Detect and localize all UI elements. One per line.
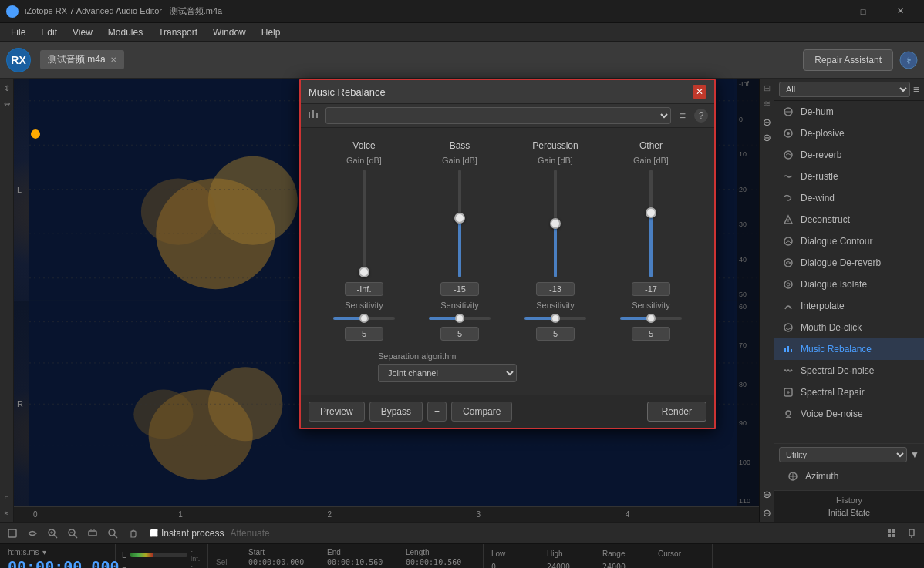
menu-view[interactable]: View xyxy=(65,23,100,42)
rx-logo: RX xyxy=(6,48,31,72)
expand-icon[interactable]: ⇕ xyxy=(1,82,13,94)
sidebar-item-azimuth[interactable]: Azimuth xyxy=(779,465,919,487)
dialog-help-icon[interactable]: ? xyxy=(694,109,708,123)
bass-slider-handle[interactable] xyxy=(454,213,465,224)
start-header: Start xyxy=(248,548,318,556)
scroll-zoom-out-icon[interactable]: ⊖ xyxy=(761,506,774,519)
zoom-out-btn[interactable] xyxy=(63,526,82,540)
dialog-close-button[interactable]: ✕ xyxy=(693,85,706,99)
window-controls: ─ □ ✕ xyxy=(808,0,918,23)
sidebar-item-music-rebalance[interactable]: Music Rebalance xyxy=(774,338,924,360)
sidebar-item-de-reverb[interactable]: De-reverb xyxy=(774,144,924,166)
sidebar-item-deconstruct[interactable]: Deconstruct xyxy=(774,209,924,230)
utility-select[interactable]: Utility xyxy=(779,447,907,462)
time-dropdown-icon[interactable]: ▾ xyxy=(42,548,46,556)
sidebar-item-spectral-repair[interactable]: Spectral Repair xyxy=(774,381,924,403)
other-sens-handle[interactable] xyxy=(646,314,656,323)
title-bar: iZotope RX 7 Advanced Audio Editor - 测试音… xyxy=(0,0,924,23)
zoom-in-icon xyxy=(47,528,58,539)
menu-window[interactable]: Window xyxy=(205,23,254,42)
percussion-sens-handle[interactable] xyxy=(551,314,560,323)
preview-button[interactable]: Preview xyxy=(309,402,365,422)
sidebar-item-label: Interpolate xyxy=(801,301,845,311)
voice-subtitle: Gain [dB] xyxy=(346,156,382,165)
tool-icon-2[interactable]: ≈ xyxy=(1,506,13,519)
percussion-value: -13 xyxy=(536,282,575,296)
zoom-full-btn[interactable] xyxy=(103,526,122,540)
tool-icon-1[interactable]: ○ xyxy=(1,491,13,503)
freq-low: 0 xyxy=(491,563,538,568)
close-button[interactable]: ✕ xyxy=(882,0,918,23)
de-wind-icon xyxy=(782,192,794,204)
spectral-de-noise-icon xyxy=(782,365,794,377)
de-rustle-icon xyxy=(782,170,794,183)
sep-algo-select[interactable]: Joint channel Independent channel xyxy=(378,364,517,382)
sel-length: 00:00:10.560 xyxy=(406,558,475,566)
render-button[interactable]: Render xyxy=(647,402,706,422)
time-mark-2: 2 xyxy=(327,510,332,519)
sidebar-item-label: De-wind xyxy=(801,193,835,203)
sidebar-item-de-plosive[interactable]: De-plosive xyxy=(774,123,924,144)
fit-btn[interactable] xyxy=(83,526,102,540)
sidebar-item-de-rustle[interactable]: De-rustle xyxy=(774,166,924,187)
other-sens-slider[interactable] xyxy=(620,313,682,324)
sidebar-item-de-wind[interactable]: De-wind xyxy=(774,187,924,209)
instant-process-checkbox[interactable] xyxy=(150,529,158,537)
bass-sens-slider[interactable] xyxy=(429,313,491,324)
minimize-button[interactable]: ─ xyxy=(808,0,844,23)
grid-btn[interactable] xyxy=(882,526,901,540)
marker-btn[interactable] xyxy=(902,526,921,540)
voice-sens-slider[interactable] xyxy=(333,313,395,324)
percussion-slider-track xyxy=(554,170,557,277)
collapse-icon[interactable]: ⇔ xyxy=(1,97,13,109)
menu-transport[interactable]: Transport xyxy=(150,23,205,42)
sidebar-item-voice-de-noise[interactable]: Voice De-noise xyxy=(774,403,924,425)
sidebar-item-dialogue-isolate[interactable]: Dialogue Isolate xyxy=(774,274,924,295)
dialog-menu-icon[interactable]: ≡ xyxy=(676,108,690,123)
bass-sens-handle[interactable] xyxy=(455,314,464,323)
bypass-button[interactable]: Bypass xyxy=(369,402,423,422)
percussion-slider-handle[interactable] xyxy=(550,218,561,229)
voice-slider-handle[interactable] xyxy=(359,267,369,277)
zoom-tool-2[interactable]: ≋ xyxy=(761,97,774,109)
utility-header: Utility ▼ xyxy=(779,447,919,462)
zoom-tool-1[interactable]: ⊞ xyxy=(761,82,774,94)
sidebar-item-spectral-de-noise[interactable]: Spectral De-noise xyxy=(774,360,924,381)
zoom-out-icon[interactable]: ⊖ xyxy=(761,131,774,143)
percussion-sens-slider[interactable] xyxy=(524,313,586,324)
menu-modules[interactable]: Modules xyxy=(100,23,150,42)
interpolate-icon xyxy=(782,300,794,312)
menu-help[interactable]: Help xyxy=(254,23,288,42)
sidebar-filter-select[interactable]: All Dialogue Music Ambience xyxy=(779,82,910,97)
add-button[interactable]: + xyxy=(427,402,447,422)
hand-tool-btn[interactable] xyxy=(123,526,142,540)
sidebar-item-mouth-de-click[interactable]: Mouth De-click xyxy=(774,317,924,338)
other-slider-handle[interactable] xyxy=(646,207,656,218)
menu-file[interactable]: File xyxy=(3,23,33,42)
voice-sens-handle[interactable] xyxy=(359,314,369,323)
sidebar-item-dialogue-de-reverb[interactable]: Dialogue De-reverb xyxy=(774,252,924,274)
repair-assistant-button[interactable]: Repair Assistant xyxy=(803,49,893,71)
zoom-in-btn[interactable] xyxy=(43,526,62,540)
dialog-preset-select[interactable] xyxy=(325,107,671,124)
scroll-zoom-icon[interactable]: ⊕ xyxy=(761,488,774,500)
svg-text:⚕: ⚕ xyxy=(906,55,912,66)
compare-button[interactable]: Compare xyxy=(451,402,512,422)
utility-expand-icon[interactable]: ▼ xyxy=(910,449,919,460)
dialog-footer: Preview Bypass + Compare Render xyxy=(301,395,714,428)
zoom-in-icon[interactable]: ⊕ xyxy=(761,116,774,128)
menu-edit[interactable]: Edit xyxy=(33,23,65,42)
maximize-button[interactable]: □ xyxy=(845,0,881,23)
other-title: Other xyxy=(639,140,663,151)
dialogue-contour-icon xyxy=(782,235,794,247)
tool-2[interactable] xyxy=(23,526,42,540)
sidebar-menu-icon[interactable]: ≡ xyxy=(913,83,919,96)
tool-select[interactable] xyxy=(3,526,22,540)
sidebar-item-interpolate[interactable]: Interpolate xyxy=(774,295,924,317)
sidebar-item-dialogue-contour[interactable]: Dialogue Contour xyxy=(774,230,924,252)
db-label: 50 xyxy=(739,291,757,298)
tab-close-icon[interactable]: ✕ xyxy=(110,55,116,64)
file-tab[interactable]: 测试音频.m4a ✕ xyxy=(40,50,124,69)
de-reverb-icon xyxy=(782,149,794,161)
sidebar-item-de-hum[interactable]: De-hum xyxy=(774,101,924,123)
